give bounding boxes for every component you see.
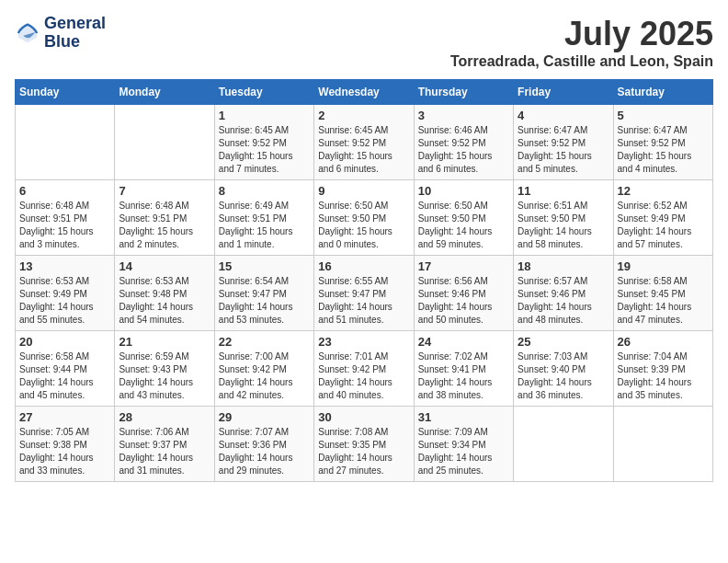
day-info: Sunrise: 6:55 AM Sunset: 9:47 PM Dayligh… <box>318 275 409 327</box>
week-row-2: 6Sunrise: 6:48 AM Sunset: 9:51 PM Daylig… <box>16 180 713 256</box>
calendar-cell: 1Sunrise: 6:45 AM Sunset: 9:52 PM Daylig… <box>214 105 313 180</box>
logo-text: General Blue <box>44 15 106 52</box>
month-title: July 2025 <box>450 15 713 53</box>
day-header-tuesday: Tuesday <box>214 80 313 105</box>
day-info: Sunrise: 6:56 AM Sunset: 9:46 PM Dayligh… <box>418 275 509 327</box>
calendar-cell: 25Sunrise: 7:03 AM Sunset: 9:40 PM Dayli… <box>514 331 613 407</box>
day-number: 28 <box>119 410 210 424</box>
day-number: 8 <box>219 184 310 198</box>
day-info: Sunrise: 6:58 AM Sunset: 9:44 PM Dayligh… <box>19 350 110 402</box>
day-number: 26 <box>618 335 709 349</box>
calendar-cell: 14Sunrise: 6:53 AM Sunset: 9:48 PM Dayli… <box>115 256 214 331</box>
calendar-cell: 13Sunrise: 6:53 AM Sunset: 9:49 PM Dayli… <box>16 256 115 331</box>
day-info: Sunrise: 7:04 AM Sunset: 9:39 PM Dayligh… <box>618 350 709 402</box>
calendar-cell: 15Sunrise: 6:54 AM Sunset: 9:47 PM Dayli… <box>214 256 313 331</box>
calendar-cell: 12Sunrise: 6:52 AM Sunset: 9:49 PM Dayli… <box>613 180 712 256</box>
day-number: 16 <box>318 259 409 273</box>
days-header-row: SundayMondayTuesdayWednesdayThursdayFrid… <box>16 80 713 105</box>
calendar-cell: 17Sunrise: 6:56 AM Sunset: 9:46 PM Dayli… <box>414 256 513 331</box>
calendar-cell <box>514 407 613 482</box>
calendar-cell <box>16 105 115 180</box>
calendar-cell <box>613 407 712 482</box>
logo: General Blue <box>15 15 106 52</box>
day-number: 15 <box>219 259 310 273</box>
calendar-cell: 29Sunrise: 7:07 AM Sunset: 9:36 PM Dayli… <box>214 407 313 482</box>
day-header-saturday: Saturday <box>613 80 712 105</box>
calendar-cell: 27Sunrise: 7:05 AM Sunset: 9:38 PM Dayli… <box>16 407 115 482</box>
day-info: Sunrise: 6:47 AM Sunset: 9:52 PM Dayligh… <box>518 124 609 176</box>
day-number: 4 <box>518 109 609 122</box>
day-number: 5 <box>618 109 709 122</box>
day-number: 12 <box>618 184 709 198</box>
day-info: Sunrise: 6:54 AM Sunset: 9:47 PM Dayligh… <box>219 275 310 327</box>
day-info: Sunrise: 6:45 AM Sunset: 9:52 PM Dayligh… <box>318 124 409 176</box>
calendar-cell: 7Sunrise: 6:48 AM Sunset: 9:51 PM Daylig… <box>115 180 214 256</box>
day-info: Sunrise: 7:06 AM Sunset: 9:37 PM Dayligh… <box>119 426 210 477</box>
day-info: Sunrise: 6:45 AM Sunset: 9:52 PM Dayligh… <box>219 124 310 176</box>
day-info: Sunrise: 6:50 AM Sunset: 9:50 PM Dayligh… <box>318 200 409 251</box>
logo-icon <box>15 20 40 46</box>
calendar-cell: 18Sunrise: 6:57 AM Sunset: 9:46 PM Dayli… <box>514 256 613 331</box>
day-number: 22 <box>219 335 310 349</box>
day-number: 7 <box>119 184 210 198</box>
day-info: Sunrise: 7:05 AM Sunset: 9:38 PM Dayligh… <box>19 426 110 477</box>
calendar-cell: 23Sunrise: 7:01 AM Sunset: 9:42 PM Dayli… <box>314 331 414 407</box>
day-header-monday: Monday <box>115 80 214 105</box>
day-number: 27 <box>19 410 110 424</box>
day-header-sunday: Sunday <box>16 80 115 105</box>
day-number: 1 <box>219 109 310 122</box>
day-number: 9 <box>318 184 409 198</box>
day-number: 29 <box>219 410 310 424</box>
day-info: Sunrise: 7:03 AM Sunset: 9:40 PM Dayligh… <box>518 350 609 402</box>
calendar-cell: 3Sunrise: 6:46 AM Sunset: 9:52 PM Daylig… <box>414 105 513 180</box>
day-info: Sunrise: 6:53 AM Sunset: 9:49 PM Dayligh… <box>19 275 110 327</box>
day-number: 14 <box>119 259 210 273</box>
day-info: Sunrise: 6:57 AM Sunset: 9:46 PM Dayligh… <box>518 275 609 327</box>
calendar-cell: 11Sunrise: 6:51 AM Sunset: 9:50 PM Dayli… <box>514 180 613 256</box>
day-info: Sunrise: 6:59 AM Sunset: 9:43 PM Dayligh… <box>119 350 210 402</box>
calendar-cell: 10Sunrise: 6:50 AM Sunset: 9:50 PM Dayli… <box>414 180 513 256</box>
day-number: 17 <box>418 259 509 273</box>
day-header-friday: Friday <box>514 80 613 105</box>
day-number: 30 <box>318 410 409 424</box>
week-row-4: 20Sunrise: 6:58 AM Sunset: 9:44 PM Dayli… <box>16 331 713 407</box>
day-info: Sunrise: 7:08 AM Sunset: 9:35 PM Dayligh… <box>318 426 409 477</box>
day-header-wednesday: Wednesday <box>314 80 414 105</box>
location-title: Torreadrada, Castille and Leon, Spain <box>450 53 713 70</box>
week-row-3: 13Sunrise: 6:53 AM Sunset: 9:49 PM Dayli… <box>16 256 713 331</box>
calendar-cell: 31Sunrise: 7:09 AM Sunset: 9:34 PM Dayli… <box>414 407 513 482</box>
day-info: Sunrise: 6:50 AM Sunset: 9:50 PM Dayligh… <box>418 200 509 251</box>
calendar-cell <box>115 105 214 180</box>
day-info: Sunrise: 7:01 AM Sunset: 9:42 PM Dayligh… <box>318 350 409 402</box>
day-info: Sunrise: 6:49 AM Sunset: 9:51 PM Dayligh… <box>219 200 310 251</box>
day-info: Sunrise: 6:48 AM Sunset: 9:51 PM Dayligh… <box>119 200 210 251</box>
calendar-cell: 19Sunrise: 6:58 AM Sunset: 9:45 PM Dayli… <box>613 256 712 331</box>
calendar-cell: 16Sunrise: 6:55 AM Sunset: 9:47 PM Dayli… <box>314 256 414 331</box>
day-info: Sunrise: 6:47 AM Sunset: 9:52 PM Dayligh… <box>618 124 709 176</box>
day-number: 23 <box>318 335 409 349</box>
day-info: Sunrise: 6:51 AM Sunset: 9:50 PM Dayligh… <box>518 200 609 251</box>
week-row-5: 27Sunrise: 7:05 AM Sunset: 9:38 PM Dayli… <box>16 407 713 482</box>
day-info: Sunrise: 6:58 AM Sunset: 9:45 PM Dayligh… <box>618 275 709 327</box>
calendar-cell: 24Sunrise: 7:02 AM Sunset: 9:41 PM Dayli… <box>414 331 513 407</box>
calendar-cell: 22Sunrise: 7:00 AM Sunset: 9:42 PM Dayli… <box>214 331 313 407</box>
day-number: 25 <box>518 335 609 349</box>
calendar-cell: 6Sunrise: 6:48 AM Sunset: 9:51 PM Daylig… <box>16 180 115 256</box>
day-info: Sunrise: 7:00 AM Sunset: 9:42 PM Dayligh… <box>219 350 310 402</box>
day-number: 2 <box>318 109 409 122</box>
day-info: Sunrise: 6:52 AM Sunset: 9:49 PM Dayligh… <box>618 200 709 251</box>
day-info: Sunrise: 7:02 AM Sunset: 9:41 PM Dayligh… <box>418 350 509 402</box>
day-info: Sunrise: 7:09 AM Sunset: 9:34 PM Dayligh… <box>418 426 509 477</box>
calendar-cell: 2Sunrise: 6:45 AM Sunset: 9:52 PM Daylig… <box>314 105 414 180</box>
calendar-cell: 20Sunrise: 6:58 AM Sunset: 9:44 PM Dayli… <box>16 331 115 407</box>
day-number: 3 <box>418 109 509 122</box>
calendar-cell: 5Sunrise: 6:47 AM Sunset: 9:52 PM Daylig… <box>613 105 712 180</box>
day-number: 19 <box>618 259 709 273</box>
day-number: 31 <box>418 410 509 424</box>
header: General Blue July 2025 Torreadrada, Cast… <box>15 15 713 70</box>
day-number: 21 <box>119 335 210 349</box>
day-number: 20 <box>19 335 110 349</box>
calendar-cell: 8Sunrise: 6:49 AM Sunset: 9:51 PM Daylig… <box>214 180 313 256</box>
day-number: 10 <box>418 184 509 198</box>
day-number: 24 <box>418 335 509 349</box>
